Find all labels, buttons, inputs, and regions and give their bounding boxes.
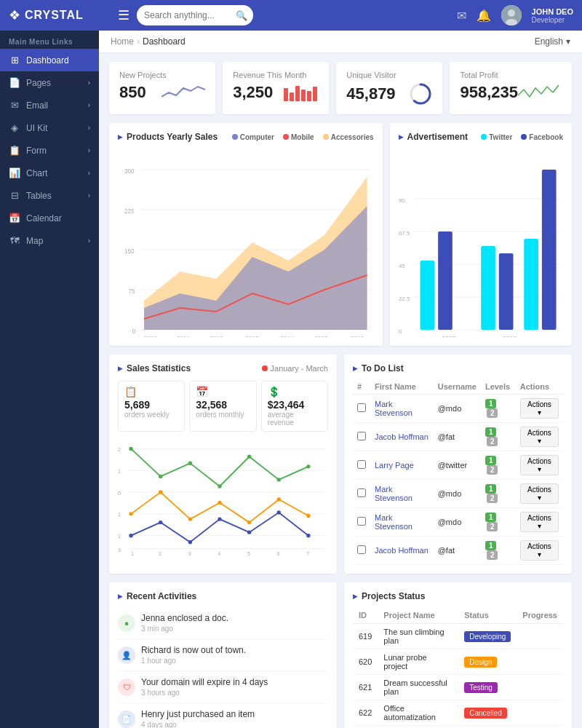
ad-chart-card: Advertisement Twitter Facebook 0 22.5 45…	[390, 123, 572, 346]
map-icon: 🗺	[9, 235, 20, 246]
row-actions: Actions ▾	[516, 480, 563, 508]
proj-id: 621	[353, 675, 378, 700]
bell-icon[interactable]: 🔔	[477, 9, 491, 23]
svg-text:1: 1	[118, 511, 121, 518]
user-role: Developer	[532, 16, 573, 24]
uikit-icon: ◈	[9, 122, 20, 133]
metric-lbl-0: orders weekly	[124, 411, 178, 419]
row-actions: Actions ▾	[516, 423, 563, 451]
date-dot	[262, 365, 268, 371]
svg-point-82	[159, 521, 162, 524]
sidebar-item-uikit[interactable]: ◈ UI Kit ›	[0, 116, 99, 139]
svg-text:150: 150	[124, 248, 135, 256]
svg-point-73	[306, 464, 310, 468]
stat-label-0: New Projects	[119, 71, 205, 79]
svg-text:225: 225	[124, 207, 135, 215]
list-item: 🛡 Your domain will expire in 4 days 3 ho…	[118, 671, 328, 703]
mail-icon[interactable]: ✉	[457, 9, 466, 23]
actions-button[interactable]: Actions ▾	[520, 540, 559, 561]
actions-button[interactable]: Actions ▾	[520, 427, 559, 447]
activity-text: Your domain will expire in 4 days	[141, 677, 268, 687]
row-name: Mark Stevenson	[370, 508, 434, 537]
row-checkbox[interactable]	[353, 451, 370, 480]
activity-text: Jenna enclosed a doc.	[141, 613, 228, 623]
logo-icon: ❖	[9, 7, 20, 23]
todo-card: To Do List # First Name Username Levels …	[344, 355, 572, 574]
svg-text:2010: 2010	[144, 335, 157, 337]
language-label: English	[535, 36, 563, 47]
charts-row: Products Yearly Sales Computer Mobile Ac…	[109, 123, 572, 346]
row-checkbox[interactable]	[353, 395, 370, 423]
status-badge: Testing	[464, 682, 498, 693]
chevron-icon: ›	[88, 124, 90, 132]
svg-text:90: 90	[399, 197, 405, 204]
breadcrumb-bar: Home › Dashboard English ▾	[99, 31, 582, 53]
actions-button[interactable]: Actions ▾	[520, 512, 559, 532]
proj-col-id: ID	[353, 607, 378, 624]
sidebar-item-calendar[interactable]: 📅 Calendar	[0, 207, 99, 229]
sales-line-chart: 2 1 0 1 2 3 1	[118, 438, 328, 561]
date-badge: January - March	[262, 364, 328, 373]
svg-rect-43	[438, 232, 453, 330]
proj-col-progress: Progress	[517, 607, 563, 624]
search-icon: 🔍	[236, 10, 247, 21]
pages-icon: 📄	[9, 77, 20, 88]
search-input[interactable]	[144, 10, 231, 20]
stat-label-2: Unique Visitor	[346, 71, 432, 79]
metric-lbl-1: orders monthly	[196, 411, 250, 419]
activity-content: Your domain will expire in 4 days 3 hour…	[141, 677, 268, 697]
chevron-icon: ›	[88, 169, 90, 177]
sidebar-item-form[interactable]: 📋 Form ›	[0, 139, 99, 162]
breadcrumb-home[interactable]: Home	[111, 36, 134, 47]
projects-status-title: Projects Status	[353, 591, 563, 601]
svg-text:2009: 2009	[502, 335, 517, 337]
dashboard-icon: ⊞	[9, 55, 20, 66]
table-row: 619 The sun climbing plan Developing	[353, 624, 563, 649]
stat-label-1: Revenue This Month	[233, 71, 319, 79]
row-levels: 1 2	[481, 508, 516, 537]
sidebar-item-email[interactable]: ✉ Email ›	[0, 94, 99, 116]
chevron-icon: ›	[88, 237, 90, 245]
sidebar-item-tables[interactable]: ⊟ Tables ›	[0, 184, 99, 207]
svg-point-81	[129, 534, 132, 537]
svg-point-74	[129, 512, 132, 515]
activity-time: 3 hours ago	[141, 689, 268, 697]
row-checkbox[interactable]	[353, 508, 370, 537]
proj-id: 622	[353, 700, 378, 726]
sidebar-item-chart[interactable]: 📊 Chart ›	[0, 162, 99, 184]
sidebar-item-pages[interactable]: 📄 Pages ›	[0, 71, 99, 94]
sidebar-item-label: Map	[26, 236, 43, 246]
stat-value-2: 45,879	[346, 84, 395, 103]
row-checkbox[interactable]	[353, 423, 370, 451]
svg-text:300: 300	[124, 167, 135, 175]
proj-col-name: Project Name	[378, 607, 458, 624]
sidebar-item-map[interactable]: 🗺 Map ›	[0, 229, 99, 252]
bottom-row: Recent Activities ● Jenna enclosed a doc…	[109, 582, 572, 728]
table-row: 621 Dream successful plan Testing	[353, 675, 563, 700]
avatar	[501, 5, 522, 25]
table-row: 622 Office automatization Cancelled	[353, 700, 563, 726]
svg-point-86	[277, 510, 281, 514]
row-checkbox[interactable]	[353, 537, 370, 565]
metric-box-1: 📅 32,568 orders monthly	[189, 381, 256, 432]
actions-button[interactable]: Actions ▾	[520, 483, 559, 504]
row-name: Mark Stevenson	[370, 480, 434, 508]
sidebar-item-label: Dashboard	[26, 55, 69, 66]
svg-text:2016: 2016	[351, 335, 364, 337]
row-checkbox[interactable]	[353, 480, 370, 508]
row-username: @twitter	[434, 451, 481, 480]
svg-text:6: 6	[277, 550, 280, 557]
svg-rect-5	[295, 86, 300, 101]
actions-button[interactable]: Actions ▾	[520, 398, 559, 419]
table-row: Mark Stevenson @mdo 1 2 Actions ▾	[353, 508, 563, 537]
hamburger-icon[interactable]: ☰	[118, 7, 129, 23]
language-selector[interactable]: English ▾	[535, 36, 570, 47]
sidebar-item-dashboard[interactable]: ⊞ Dashboard	[0, 49, 99, 71]
metric-box-2: 💲 $23,464 average revenue	[261, 381, 328, 432]
sales-header: Sales Statistics January - March	[118, 363, 328, 373]
svg-rect-6	[301, 90, 306, 101]
svg-text:5: 5	[247, 550, 250, 557]
svg-text:7: 7	[306, 550, 309, 557]
actions-button[interactable]: Actions ▾	[520, 455, 559, 475]
recent-activities-title: Recent Activities	[118, 591, 328, 601]
